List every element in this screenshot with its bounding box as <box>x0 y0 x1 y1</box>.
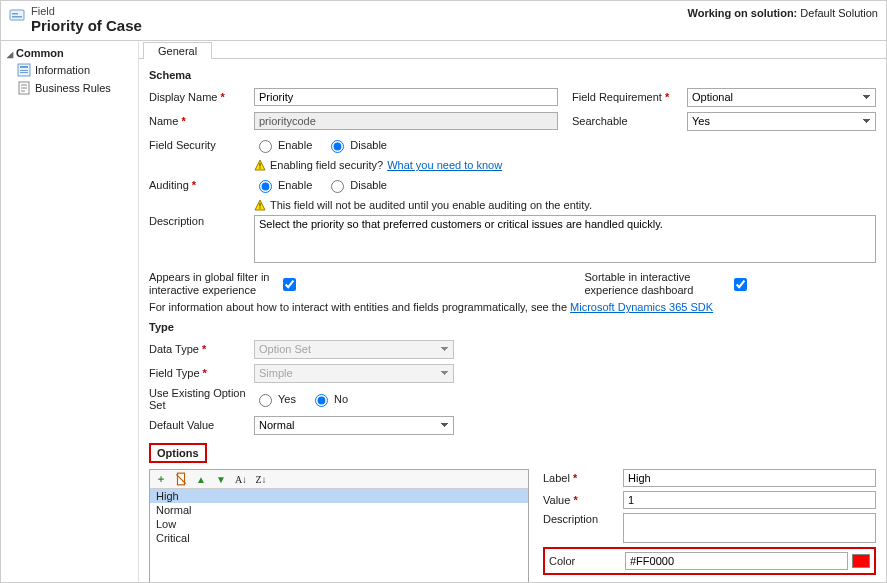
svg-rect-9 <box>259 167 260 168</box>
label-field-security: Field Security <box>149 139 254 151</box>
auditing-warning: This field will not be audited until you… <box>149 199 876 211</box>
section-type: Type <box>149 321 876 333</box>
option-item[interactable]: Low <box>150 517 528 531</box>
sidebar-item-information[interactable]: Information <box>7 61 132 79</box>
option-value-input[interactable] <box>623 491 876 509</box>
option-item[interactable]: Critical <box>150 531 528 545</box>
label-option-value: Value <box>543 494 623 506</box>
svg-rect-0 <box>10 10 24 20</box>
option-label-input[interactable] <box>623 469 876 487</box>
warning-icon <box>254 199 266 211</box>
label-data-type: Data Type <box>149 343 254 355</box>
data-type-select: Option Set <box>254 340 454 359</box>
searchable-select[interactable]: Yes <box>687 112 876 131</box>
delete-option-button[interactable] <box>174 472 188 486</box>
sidebar-item-business-rules[interactable]: Business Rules <box>7 79 132 97</box>
sidebar: Common Information Business Rules <box>1 41 139 582</box>
label-description: Description <box>149 215 254 227</box>
warning-icon <box>254 159 266 171</box>
label-searchable: Searchable <box>572 115 687 127</box>
default-value-select[interactable]: Normal <box>254 416 454 435</box>
label-field-type: Field Type <box>149 367 254 379</box>
label-name: Name <box>149 115 254 127</box>
svg-rect-5 <box>20 70 28 71</box>
option-color-row: Color <box>543 547 876 575</box>
sidebar-item-label: Business Rules <box>35 82 111 94</box>
move-up-button[interactable]: ▲ <box>194 472 208 486</box>
option-item[interactable]: High <box>150 489 528 503</box>
svg-rect-11 <box>259 207 260 208</box>
label-global-filter: Appears in global filter in interactive … <box>149 271 279 297</box>
label-auditing: Auditing <box>149 179 254 191</box>
use-existing-no[interactable]: No <box>310 391 348 407</box>
option-item[interactable]: Normal <box>150 503 528 517</box>
option-description-textarea[interactable] <box>623 513 876 543</box>
svg-rect-2 <box>12 16 22 18</box>
use-existing-yes[interactable]: Yes <box>254 391 296 407</box>
security-info-link[interactable]: What you need to know <box>387 159 502 171</box>
sdk-info-line: For information about how to interact wi… <box>149 301 876 313</box>
field-security-disable[interactable]: Disable <box>326 137 387 153</box>
info-icon <box>17 63 31 77</box>
tab-general[interactable]: General <box>143 42 212 59</box>
global-filter-checkbox[interactable] <box>283 278 296 291</box>
entity-type-label: Field <box>31 5 142 17</box>
solution-context: Working on solution: Default Solution <box>687 5 878 19</box>
option-color-input[interactable] <box>625 552 848 570</box>
sidebar-item-label: Information <box>35 64 90 76</box>
color-swatch[interactable] <box>852 554 870 568</box>
sortable-checkbox[interactable] <box>734 278 747 291</box>
field-security-enable[interactable]: Enable <box>254 137 312 153</box>
label-default-value: Default Value <box>149 419 254 431</box>
security-warning: Enabling field security? What you need t… <box>149 159 876 171</box>
add-option-button[interactable]: ＋ <box>154 472 168 486</box>
field-type-select: Simple <box>254 364 454 383</box>
move-down-button[interactable]: ▼ <box>214 472 228 486</box>
field-icon <box>9 7 25 23</box>
options-listbox: ＋ ▲ ▼ A↓ Z↓ High Normal Low <box>149 469 529 582</box>
display-name-input[interactable] <box>254 88 558 106</box>
description-textarea[interactable] <box>254 215 876 263</box>
label-option-label: Label <box>543 472 623 484</box>
label-option-color: Color <box>549 555 625 567</box>
label-sortable: Sortable in interactive experience dashb… <box>585 271 730 297</box>
sidebar-group-common[interactable]: Common <box>7 45 132 61</box>
svg-rect-8 <box>259 163 260 167</box>
name-input <box>254 112 558 130</box>
window-header: Field Priority of Case Working on soluti… <box>1 1 886 41</box>
sdk-link[interactable]: Microsoft Dynamics 365 SDK <box>570 301 713 313</box>
field-requirement-select[interactable]: Optional <box>687 88 876 107</box>
svg-rect-10 <box>259 203 260 207</box>
rules-icon <box>17 81 31 95</box>
label-option-description: Description <box>543 513 623 525</box>
svg-rect-4 <box>20 66 28 68</box>
label-field-requirement: Field Requirement <box>572 91 687 103</box>
page-title: Priority of Case <box>31 17 142 34</box>
label-display-name: Display Name <box>149 91 254 103</box>
svg-rect-6 <box>20 72 28 73</box>
section-schema: Schema <box>149 69 876 81</box>
sort-asc-button[interactable]: A↓ <box>234 472 248 486</box>
section-options: Options <box>149 443 207 463</box>
option-properties: Label Value Description Color <box>543 469 876 575</box>
auditing-disable[interactable]: Disable <box>326 177 387 193</box>
auditing-enable[interactable]: Enable <box>254 177 312 193</box>
label-use-existing: Use Existing Option Set <box>149 387 254 411</box>
svg-rect-1 <box>12 13 18 15</box>
sort-desc-button[interactable]: Z↓ <box>254 472 268 486</box>
options-toolbar: ＋ ▲ ▼ A↓ Z↓ <box>150 470 528 489</box>
tab-strip: General <box>139 41 886 59</box>
